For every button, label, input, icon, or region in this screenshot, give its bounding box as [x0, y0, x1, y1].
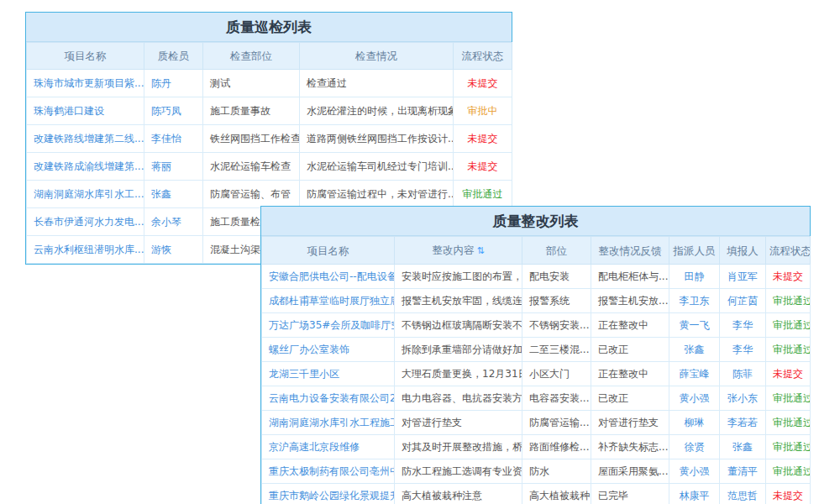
- reporter-name[interactable]: 张小东: [720, 386, 766, 411]
- project-name-link[interactable]: 珠海市城市更新项目紫...: [27, 70, 144, 97]
- rectification-panel: 质量整改列表 项目名称 整改内容⇅ 部位 整改情况反馈 指派人员 填报人 流程状…: [260, 206, 811, 504]
- inspector-name[interactable]: 游恢: [144, 236, 203, 264]
- project-name-link[interactable]: 龙湖三千里小区: [262, 362, 395, 386]
- rectification-row[interactable]: 龙湖三千里小区 大理石质量更换，12月31日之... 小区大门 正在整改中 薛宝…: [262, 362, 811, 386]
- assignee-name[interactable]: 黄小强: [669, 459, 720, 484]
- col-part: 部位: [522, 237, 591, 265]
- assignee-name[interactable]: 张鑫: [669, 338, 720, 362]
- project-name-link[interactable]: 湖南洞庭湖水库引水工程施工...: [262, 411, 395, 435]
- assignee-name[interactable]: 林康平: [669, 484, 720, 504]
- project-name-link[interactable]: 京沪高速北京段维修: [262, 435, 395, 459]
- col-check-situation: 检查情况: [300, 43, 454, 70]
- rectify-content-cell: 安装时应按施工图的布置，将...: [395, 265, 522, 289]
- part-cell: 防腐管运输...: [522, 411, 591, 435]
- reporter-name[interactable]: 董清平: [720, 459, 766, 484]
- rectification-row[interactable]: 螺丝厂办公室装饰 拆除到承重墙部分请做好加固... 二至三楼混... 已改正 张…: [262, 338, 811, 362]
- inspector-name[interactable]: 蒋丽: [144, 153, 203, 181]
- feedback-cell: 正在整改中: [591, 313, 669, 338]
- col-flow-status: 流程状态: [454, 43, 512, 70]
- inspector-name[interactable]: 陈丹: [144, 70, 203, 97]
- project-name-link[interactable]: 万达广场35#会所及咖啡厅空...: [262, 313, 395, 338]
- reporter-name[interactable]: 张鑫: [720, 435, 766, 459]
- col-feedback: 整改情况反馈: [591, 237, 669, 265]
- project-name-link[interactable]: 湖南洞庭湖水库引水工...: [27, 181, 144, 208]
- rectification-row[interactable]: 云南电力设备安装有限公司20... 电力电容器、电抗器安装方案... 电容器安装…: [262, 386, 811, 411]
- reporter-name[interactable]: 李若若: [720, 411, 766, 435]
- part-cell: 二至三楼混...: [522, 338, 591, 362]
- check-situation-cell: 防腐管运输过程中，未对管进行...: [300, 181, 454, 208]
- reporter-name[interactable]: 范思哲: [720, 484, 766, 504]
- assignee-name[interactable]: 柳琳: [669, 411, 720, 435]
- project-name-link[interactable]: 长春市伊通河水力发电...: [27, 208, 144, 236]
- sort-icon[interactable]: ⇅: [476, 245, 484, 256]
- rectify-content-cell: 拆除到承重墙部分请做好加固...: [395, 338, 522, 362]
- part-cell: 报警系统: [522, 289, 591, 313]
- status-text: 未提交: [454, 70, 512, 97]
- project-name-link[interactable]: 珠海鹤港口建设: [27, 97, 144, 125]
- inspection-row[interactable]: 珠海市城市更新项目紫... 陈丹 测试 检查通过 未提交: [27, 70, 512, 97]
- feedback-cell: 报警主机安放...: [591, 289, 669, 313]
- inspection-row[interactable]: 改建铁路成渝线增建第... 蒋丽 水泥砼运输车检查 水泥砼运输车司机经过专门培训…: [27, 153, 512, 181]
- assignee-name[interactable]: 黄一飞: [669, 313, 720, 338]
- reporter-name[interactable]: 李华: [720, 338, 766, 362]
- project-name-link[interactable]: 改建铁路线增建第二线...: [27, 125, 144, 153]
- project-name-link[interactable]: 螺丝厂办公室装饰: [262, 338, 395, 362]
- project-name-link[interactable]: 云南水利枢纽潜明水库...: [27, 236, 144, 264]
- status-text: 审批通过: [766, 459, 811, 484]
- rectification-row[interactable]: 京沪高速北京段维修 对其及时开展整改措施，桥头... 路面维修检... 补齐缺失…: [262, 435, 811, 459]
- assignee-name[interactable]: 黄小强: [669, 386, 720, 411]
- project-name-link[interactable]: 改建铁路成渝线增建第...: [27, 153, 144, 181]
- inspector-name[interactable]: 张鑫: [144, 181, 203, 208]
- inspection-panel-title: 质量巡检列表: [26, 13, 512, 42]
- inspector-name[interactable]: 李佳怡: [144, 125, 203, 153]
- assignee-name[interactable]: 徐贤: [669, 435, 720, 459]
- check-situation-cell: 水泥砼运输车司机经过专门培训...: [300, 153, 454, 181]
- col-reporter: 填报人: [720, 237, 766, 265]
- rectify-content-cell: 对管进行垫支: [395, 411, 522, 435]
- col-project-name: 项目名称: [27, 43, 144, 70]
- feedback-cell: 屋面采用聚氨...: [591, 459, 669, 484]
- part-cell: 电容器安装...: [522, 386, 591, 411]
- status-text: 审批通过: [766, 289, 811, 313]
- status-text: 审批通过: [454, 181, 512, 208]
- feedback-cell: 配电柜柜体与...: [591, 265, 669, 289]
- rectification-row[interactable]: 重庆太极制药有限公司亳州中... 防水工程施工选调有专业资质... 防水 屋面采…: [262, 459, 811, 484]
- part-cell: 高大植被栽种: [522, 484, 591, 504]
- assignee-name[interactable]: 田静: [669, 265, 720, 289]
- col-assignee: 指派人员: [669, 237, 720, 265]
- inspection-row[interactable]: 湖南洞庭湖水库引水工... 张鑫 防腐管运输、布管 防腐管运输过程中，未对管进行…: [27, 181, 512, 208]
- status-text: 未提交: [454, 125, 512, 153]
- status-text: 审批通过: [766, 411, 811, 435]
- project-name-link[interactable]: 成都杜甫草堂临时展厅独立展...: [262, 289, 395, 313]
- rectification-row[interactable]: 成都杜甫草堂临时展厅独立展... 报警主机安放牢固，线缆连接... 报警系统 报…: [262, 289, 811, 313]
- inspector-name[interactable]: 余小琴: [144, 208, 203, 236]
- rectification-header-row: 项目名称 整改内容⇅ 部位 整改情况反馈 指派人员 填报人 流程状态: [262, 237, 811, 265]
- inspection-row[interactable]: 珠海鹤港口建设 陈巧凤 施工质量事故 水泥砼灌注的时候，出现离析现象 审批中: [27, 97, 512, 125]
- rectification-row[interactable]: 安徽合肥供电公司--配电设备... 安装时应按施工图的布置，将... 配电安装 …: [262, 265, 811, 289]
- reporter-name[interactable]: 肖亚军: [720, 265, 766, 289]
- feedback-cell: 已改正: [591, 386, 669, 411]
- assignee-name[interactable]: 李卫东: [669, 289, 720, 313]
- project-name-link[interactable]: 重庆太极制药有限公司亳州中...: [262, 459, 395, 484]
- rectification-row[interactable]: 湖南洞庭湖水库引水工程施工... 对管进行垫支 防腐管运输... 对管进行垫支 …: [262, 411, 811, 435]
- inspector-name[interactable]: 陈巧凤: [144, 97, 203, 125]
- rectify-content-cell: 高大植被栽种注意: [395, 484, 522, 504]
- project-name-link[interactable]: 云南电力设备安装有限公司20...: [262, 386, 395, 411]
- rectification-table: 项目名称 整改内容⇅ 部位 整改情况反馈 指派人员 填报人 流程状态 安徽合肥供…: [261, 236, 811, 504]
- rectification-panel-title: 质量整改列表: [261, 207, 810, 236]
- part-cell: 配电安装: [522, 265, 591, 289]
- reporter-name[interactable]: 陈菲: [720, 362, 766, 386]
- part-cell: 小区大门: [522, 362, 591, 386]
- project-name-link[interactable]: 重庆市鹅岭公园绿化景观提升...: [262, 484, 395, 504]
- feedback-cell: 正在整改中: [591, 362, 669, 386]
- project-name-link[interactable]: 安徽合肥供电公司--配电设备...: [262, 265, 395, 289]
- reporter-name[interactable]: 李华: [720, 313, 766, 338]
- assignee-name[interactable]: 薛宝峰: [669, 362, 720, 386]
- reporter-name[interactable]: 何芷茵: [720, 289, 766, 313]
- rectification-row[interactable]: 重庆市鹅岭公园绿化景观提升... 高大植被栽种注意 高大植被栽种 已完毕 林康平…: [262, 484, 811, 504]
- rectify-content-cell: 对其及时开展整改措施，桥头...: [395, 435, 522, 459]
- status-text: 未提交: [766, 265, 811, 289]
- rectification-row[interactable]: 万达广场35#会所及咖啡厅空... 不锈钢边框玻璃隔断安装不牢... 不锈钢安装…: [262, 313, 811, 338]
- col-rectify-content[interactable]: 整改内容⇅: [395, 237, 522, 265]
- inspection-row[interactable]: 改建铁路线增建第二线... 李佳怡 铁丝网围挡工作检查 道路两侧铁丝网围挡工作按…: [27, 125, 512, 153]
